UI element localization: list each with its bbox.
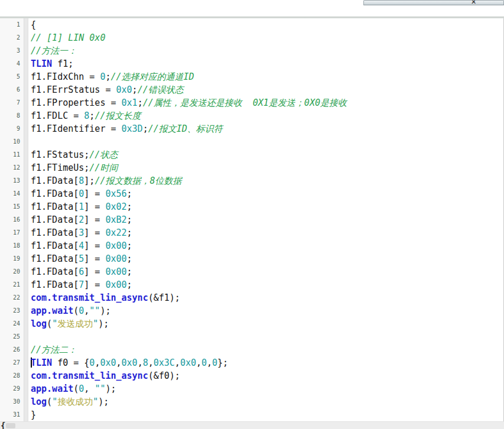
line-number: 30: [0, 395, 24, 408]
code-line[interactable]: 23app.wait(0,"");: [0, 304, 503, 317]
peek-window-titlebar[interactable]: ✕: [363, 0, 504, 5]
code-line[interactable]: 22com.transmit_lin_async(&f1);: [0, 291, 503, 304]
code-line[interactable]: 26//方法二：: [0, 343, 503, 356]
code-token: ": [93, 396, 98, 407]
gutter-band: [24, 265, 28, 278]
code-token: f0 = {: [52, 358, 89, 368]
code-line[interactable]: 1{: [0, 18, 503, 31]
clipped-brace-glyph: {: [1, 421, 5, 429]
close-icon[interactable]: ✕: [471, 0, 476, 5]
code-line[interactable]: 21f1.FData[7] = 0x00;: [0, 278, 503, 291]
gutter-band: [24, 356, 28, 369]
code-line[interactable]: 10: [0, 135, 503, 148]
code-line[interactable]: 2// [1] LIN 0x0: [0, 31, 503, 44]
code-token: 0x0: [180, 358, 196, 368]
code-token: 0x1: [122, 98, 138, 108]
code-text: app.wait(0,"");: [28, 304, 110, 317]
code-token: ];: [84, 176, 95, 186]
code-token: ;: [127, 266, 132, 277]
line-number: 9: [0, 122, 24, 135]
code-line[interactable]: 14f1.FData[0] = 0x56;: [0, 187, 503, 200]
code-token: 5: [79, 254, 84, 264]
code-editor[interactable]: 1{2// [1] LIN 0x03//方法一：4TLIN f1;5f1.FId…: [0, 18, 504, 421]
line-number: 23: [0, 304, 24, 317]
code-token: ,: [84, 306, 89, 316]
code-line[interactable]: 18f1.FData[4] = 0x00;: [0, 239, 503, 252]
line-number: 7: [0, 96, 24, 109]
code-line[interactable]: 4TLIN f1;: [0, 57, 503, 70]
code-token: f1.FIdxChn =: [31, 72, 100, 82]
code-text: TLIN f0 = {0,0x0,0x0,8,0x3C,0x0,0,0};: [28, 356, 228, 369]
code-token: //状态: [89, 150, 118, 160]
gutter-band: [24, 395, 28, 408]
gutter-band: [24, 174, 28, 187]
code-line[interactable]: 19f1.FData[5] = 0x00;: [0, 252, 503, 265]
code-token: f1.FIdentifier =: [31, 124, 122, 134]
code-line[interactable]: 25: [0, 330, 503, 343]
gutter-band: [24, 122, 28, 135]
gutter-band: [24, 57, 28, 70]
code-token: //方法二：: [31, 344, 77, 355]
code-token: );: [105, 384, 116, 394]
code-text: f1.FData[7] = 0x00;: [28, 278, 132, 291]
code-token: 8: [84, 110, 89, 121]
code-line[interactable]: 20f1.FData[6] = 0x00;: [0, 265, 503, 278]
code-token: 0x02: [105, 202, 126, 212]
code-text: com.transmit_lin_async(&f0);: [28, 369, 180, 382]
code-token: ] =: [84, 202, 105, 212]
code-token: ;: [127, 214, 132, 225]
code-token: //报文长度: [95, 110, 141, 121]
code-token: ;: [143, 124, 148, 134]
code-line[interactable]: 31}: [0, 408, 503, 421]
code-text: com.transmit_lin_async(&f1);: [28, 291, 180, 304]
code-line[interactable]: 17f1.FData[3] = 0x22;: [0, 226, 503, 239]
code-token: 接收成功: [57, 396, 93, 407]
code-token: (: [73, 384, 79, 394]
code-token: );: [98, 396, 109, 407]
code-token: ": [52, 396, 57, 407]
code-text: f1.FData[3] = 0x22;: [28, 226, 132, 239]
gutter-band: [24, 239, 28, 252]
code-line[interactable]: 24log("发送成功");: [0, 317, 503, 330]
code-line[interactable]: 28com.transmit_lin_async(&f0);: [0, 369, 503, 382]
code-token: ] =: [84, 280, 105, 290]
gutter-band: [24, 213, 28, 226]
gutter-band: [24, 148, 28, 161]
code-token: {: [31, 20, 36, 30]
code-line[interactable]: 7f1.FProperties = 0x1;//属性，是发送还是接收 0X1是发…: [0, 96, 503, 109]
code-line[interactable]: 12f1.FTimeUs;//时间: [0, 161, 503, 174]
code-line[interactable]: 9f1.FIdentifier = 0x3D;//报文ID、标识符: [0, 122, 503, 135]
code-token: 发送成功: [57, 318, 93, 329]
code-token: 0: [79, 188, 84, 199]
code-token: f1.FProperties =: [31, 98, 122, 108]
line-number: 4: [0, 57, 24, 70]
code-text: f1.FErrStatus = 0x0;//错误状态: [28, 83, 184, 96]
code-line[interactable]: 27TLIN f0 = {0,0x0,0x0,8,0x3C,0x0,0,0};: [0, 356, 503, 369]
scroll-thumb[interactable]: [6, 423, 15, 428]
code-token: //方法一：: [31, 46, 77, 56]
code-text: {: [28, 18, 36, 31]
line-number: 11: [0, 148, 24, 161]
code-line[interactable]: 11f1.FStatus;//状态: [0, 148, 503, 161]
code-token: 0x3C: [154, 358, 175, 368]
code-line[interactable]: 5f1.FIdxChn = 0;//选择对应的通道ID: [0, 70, 503, 83]
code-token: 0xB2: [105, 214, 126, 225]
code-token: );: [98, 318, 109, 329]
code-line[interactable]: 13f1.FData[8];//报文数据，8位数据: [0, 174, 503, 187]
code-token: ] =: [84, 188, 105, 199]
code-line[interactable]: 16f1.FData[2] = 0xB2;: [0, 213, 503, 226]
line-number: 29: [0, 382, 24, 395]
gutter-band: [24, 96, 28, 109]
line-number: 28: [0, 369, 24, 382]
code-text: f1.FData[5] = 0x00;: [28, 252, 132, 265]
code-line[interactable]: 30log("接收成功");: [0, 395, 503, 408]
code-token: ] =: [84, 240, 105, 251]
code-line[interactable]: 15f1.FData[1] = 0x02;: [0, 200, 503, 213]
code-line[interactable]: 8f1.FDLC = 8;//报文长度: [0, 109, 503, 122]
code-line[interactable]: 3//方法一：: [0, 44, 503, 57]
code-text: [28, 330, 31, 343]
gutter-band: [24, 343, 28, 356]
code-line[interactable]: 29app.wait(0, "");: [0, 382, 503, 395]
code-line[interactable]: 6f1.FErrStatus = 0x0;//错误状态: [0, 83, 503, 96]
code-token: //属性，是发送还是接收 0X1是发送；0X0是接收: [143, 98, 347, 108]
